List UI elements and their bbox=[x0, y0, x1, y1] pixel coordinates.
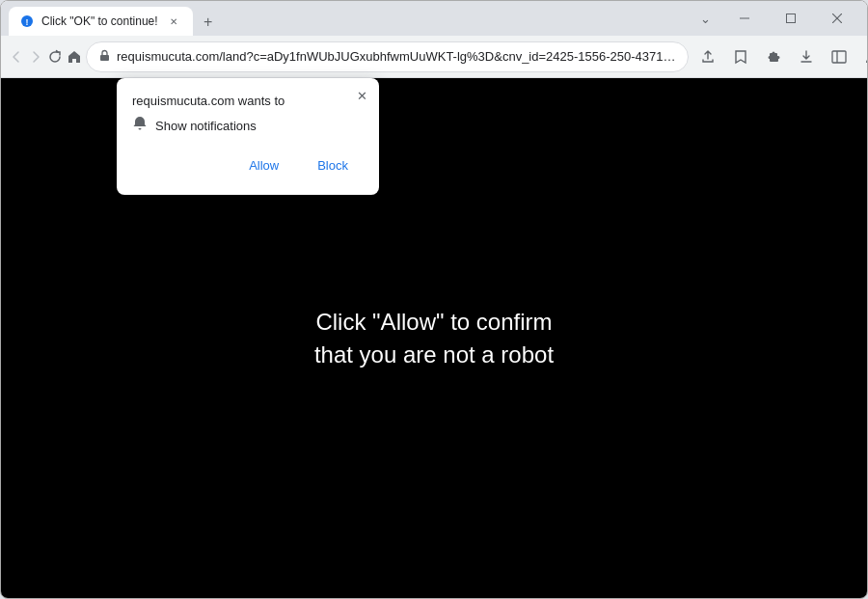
bookmark-button[interactable] bbox=[725, 41, 756, 72]
page-text-line2: that you are not a robot bbox=[314, 339, 554, 371]
back-button[interactable] bbox=[9, 41, 24, 72]
svg-rect-3 bbox=[787, 14, 796, 23]
minimize-button[interactable] bbox=[722, 3, 767, 34]
tab-favicon: ! bbox=[20, 14, 34, 28]
home-button[interactable] bbox=[67, 41, 82, 72]
maximize-button[interactable] bbox=[769, 3, 813, 34]
tab-close-button[interactable]: ✕ bbox=[166, 14, 181, 29]
page-content: requismucuta.com wants to ✕ Show notific… bbox=[1, 78, 867, 598]
downloads-button[interactable] bbox=[791, 41, 822, 72]
reload-button[interactable] bbox=[47, 41, 63, 72]
popup-buttons: Allow Block bbox=[132, 150, 364, 179]
url-text: requismucuta.com/land?c=aDy1fnWUbJUGxubh… bbox=[117, 49, 676, 64]
svg-rect-2 bbox=[740, 18, 749, 19]
popup-row-text: Show notifications bbox=[155, 119, 257, 133]
forward-button[interactable] bbox=[28, 41, 43, 72]
close-button[interactable] bbox=[815, 3, 859, 34]
page-main-text: Click "Allow" to confirm that you are no… bbox=[314, 306, 554, 370]
share-button[interactable] bbox=[692, 41, 723, 72]
popup-title: requismucuta.com wants to bbox=[132, 94, 364, 108]
svg-rect-7 bbox=[832, 51, 846, 63]
toolbar: requismucuta.com/land?c=aDy1fnWUbJUGxubh… bbox=[1, 36, 867, 78]
title-bar: ! Click "OK" to continue! ✕ + ⌄ bbox=[1, 1, 867, 36]
bell-icon bbox=[132, 116, 148, 135]
sidebar-button[interactable] bbox=[824, 41, 854, 72]
notification-popup: requismucuta.com wants to ✕ Show notific… bbox=[117, 78, 379, 195]
browser-window: ! Click "OK" to continue! ✕ + ⌄ bbox=[0, 0, 868, 599]
extensions-button[interactable] bbox=[758, 41, 789, 72]
tab-title: Click "OK" to continue! bbox=[41, 14, 158, 28]
svg-rect-6 bbox=[100, 55, 109, 61]
page-text-line1: Click "Allow" to confirm bbox=[314, 306, 554, 339]
new-tab-button[interactable]: + bbox=[195, 9, 222, 36]
block-button[interactable]: Block bbox=[302, 150, 364, 179]
toolbar-actions bbox=[692, 41, 868, 72]
profile-button[interactable] bbox=[856, 41, 868, 72]
title-bar-right: ⌄ bbox=[692, 5, 719, 32]
popup-notification-row: Show notifications bbox=[132, 116, 364, 135]
address-bar[interactable]: requismucuta.com/land?c=aDy1fnWUbJUGxubh… bbox=[86, 41, 689, 72]
tab-strip-menu-button[interactable]: ⌄ bbox=[692, 5, 719, 32]
popup-close-button[interactable]: ✕ bbox=[352, 86, 371, 105]
svg-text:!: ! bbox=[26, 17, 29, 27]
tab-area: ! Click "OK" to continue! ✕ + bbox=[9, 1, 688, 36]
allow-button[interactable]: Allow bbox=[233, 150, 294, 179]
active-tab[interactable]: ! Click "OK" to continue! ✕ bbox=[9, 7, 193, 36]
window-controls bbox=[722, 3, 859, 34]
lock-icon bbox=[98, 49, 111, 65]
